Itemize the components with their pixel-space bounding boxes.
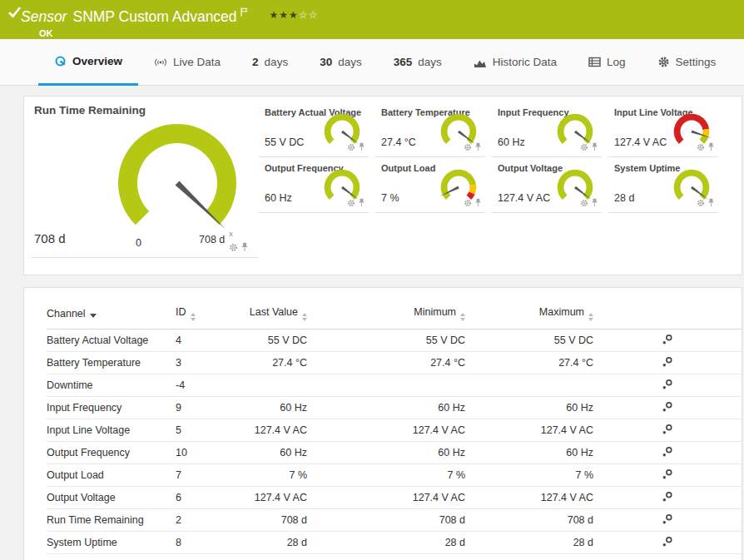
cell-id: 4	[176, 330, 226, 352]
cell-last-value: 127.4 V AC	[226, 487, 307, 509]
priority-stars[interactable]: ★★★☆☆	[270, 9, 319, 21]
live-data-icon	[154, 57, 167, 68]
cell-id: 2	[176, 509, 226, 532]
wrench-icon[interactable]	[662, 446, 673, 460]
mini-gauge-panel: Input Frequency 60 Hz	[492, 102, 602, 157]
gauge-value: 55 V DC	[265, 136, 304, 148]
tab-30-days[interactable]: 30 days	[304, 39, 378, 85]
gear-icon[interactable]	[580, 196, 588, 211]
cell-channel: Battery Temperature	[47, 352, 176, 374]
mini-gauge-panel: Battery Temperature 27.4 °C	[375, 102, 485, 157]
cell-last-value	[226, 374, 307, 397]
star-empty-icon[interactable]: ☆☆	[299, 9, 319, 21]
pin-icon[interactable]	[474, 140, 482, 155]
table-row[interactable]: Downtime -4	[47, 374, 742, 397]
page-title: SensorSNMP Custom Advanced★★★☆☆	[21, 2, 318, 26]
col-header-last-value[interactable]: Last Value	[226, 306, 307, 330]
gauge-title: Output Load	[381, 163, 435, 173]
table-row[interactable]: Output Frequency 10 60 Hz 60 Hz 60 Hz	[47, 442, 742, 464]
wrench-icon[interactable]	[662, 401, 673, 415]
col-header-maximum[interactable]: Maximum	[465, 306, 593, 330]
tab-settings[interactable]: Settings	[642, 39, 732, 85]
gear-icon	[657, 56, 670, 68]
cell-last-value: 60 Hz	[226, 442, 307, 464]
col-header-id[interactable]: ID	[176, 306, 226, 330]
gear-icon[interactable]	[464, 140, 472, 155]
wrench-icon[interactable]	[662, 334, 673, 348]
channels-panel: ChannelIDLast ValueMinimumMaximum Batter…	[23, 287, 742, 560]
star-filled-icon[interactable]: ★★★	[270, 9, 299, 21]
tab-live-data[interactable]: Live Data	[138, 39, 236, 85]
pin-icon[interactable]	[358, 196, 365, 211]
col-header-actions	[593, 306, 742, 330]
gauge-value: 60 Hz	[265, 192, 292, 204]
gauge-scale-min: 0	[136, 237, 141, 249]
pin-icon[interactable]	[474, 196, 482, 211]
flag-icon[interactable]	[241, 2, 248, 21]
table-row[interactable]: Run Time Remaining 2 708 d 708 d 708 d	[47, 509, 742, 532]
table-row[interactable]: Input Line Voltage 5 127.4 V AC 127.4 V …	[47, 419, 742, 442]
table-row[interactable]: Battery Actual Voltage 4 55 V DC 55 V DC…	[47, 330, 742, 352]
col-header-channel[interactable]: Channel	[47, 306, 176, 330]
table-row[interactable]: Output Voltage 6 127.4 V AC 127.4 V AC 1…	[47, 487, 742, 509]
wrench-icon[interactable]	[662, 424, 673, 438]
sort-toggle-icon	[191, 313, 196, 321]
cell-id: 10	[176, 442, 226, 464]
cell-maximum: 27.4 °C	[465, 352, 593, 374]
gear-icon[interactable]	[697, 140, 705, 155]
gauges-panel: Run Time Remaining x 0 708 d 708 d Batte…	[23, 96, 742, 275]
pin-icon[interactable]	[591, 140, 598, 155]
mini-gauge-panel: System Uptime 28 d	[608, 157, 718, 213]
tab-overview[interactable]: Overview	[38, 39, 138, 86]
cell-channel: System Uptime	[47, 532, 176, 554]
table-row[interactable]: Output Load 7 7 % 7 % 7 %	[47, 464, 742, 487]
table-row[interactable]: Input Frequency 9 60 Hz 60 Hz 60 Hz	[47, 397, 742, 419]
pin-icon[interactable]	[358, 140, 365, 155]
table-row[interactable]: Battery Temperature 3 27.4 °C 27.4 °C 27…	[47, 352, 742, 374]
gear-icon[interactable]	[347, 140, 355, 155]
wrench-icon[interactable]	[662, 513, 673, 528]
svg-text:x: x	[229, 230, 233, 238]
mini-gauge-panel: Output Voltage 127.4 V AC	[492, 157, 602, 213]
cell-id: -4	[176, 374, 226, 397]
status-check-icon	[7, 6, 22, 22]
table-row[interactable]: System Uptime 8 28 d 28 d 28 d	[47, 532, 742, 554]
wrench-icon[interactable]	[662, 491, 673, 505]
gear-icon[interactable]	[347, 196, 355, 211]
gauge-value: 28 d	[614, 192, 634, 204]
gear-icon[interactable]	[697, 196, 705, 211]
cell-maximum: 127.4 V AC	[465, 487, 593, 509]
gear-icon[interactable]	[229, 240, 238, 255]
mini-gauge-panel: Battery Actual Voltage 55 V DC	[259, 102, 369, 157]
cell-channel: Output Frequency	[47, 442, 176, 464]
object-type-label: Sensor	[21, 8, 67, 25]
pin-icon[interactable]	[707, 196, 715, 211]
pin-icon[interactable]	[707, 140, 715, 155]
area-chart-icon	[474, 57, 487, 68]
cell-channel: Output Voltage	[47, 487, 176, 509]
gear-icon[interactable]	[580, 140, 588, 155]
sensor-status-bar: SensorSNMP Custom Advanced★★★☆☆ OK	[0, 0, 744, 39]
wrench-icon[interactable]	[662, 468, 673, 483]
cell-maximum: 127.4 V AC	[465, 419, 593, 442]
cell-last-value: 28 d	[226, 532, 307, 554]
col-header-minimum[interactable]: Minimum	[307, 306, 465, 330]
gear-icon[interactable]	[464, 196, 472, 211]
cell-maximum: 7 %	[465, 464, 593, 487]
sort-toggle-icon	[588, 313, 593, 321]
gauge-icon	[54, 55, 67, 67]
wrench-icon[interactable]	[662, 379, 673, 393]
mini-gauges-grid: Battery Actual Voltage 55 V DC Battery T…	[259, 102, 725, 213]
wrench-icon[interactable]	[662, 356, 673, 370]
pin-icon[interactable]	[241, 240, 249, 255]
primary-gauge-run-time-remaining: Run Time Remaining x 0 708 d 708 d	[24, 97, 259, 275]
pin-icon[interactable]	[591, 196, 598, 211]
sort-desc-icon	[90, 314, 97, 318]
cell-channel: Battery Actual Voltage	[47, 330, 176, 352]
tab-historic-data[interactable]: Historic Data	[458, 39, 573, 85]
cell-minimum: 127.4 V AC	[307, 487, 465, 509]
tab-log[interactable]: Log	[573, 39, 642, 85]
tab-2-days[interactable]: 2 days	[236, 39, 304, 85]
tab-365-days[interactable]: 365 days	[378, 39, 458, 85]
wrench-icon[interactable]	[662, 536, 673, 550]
